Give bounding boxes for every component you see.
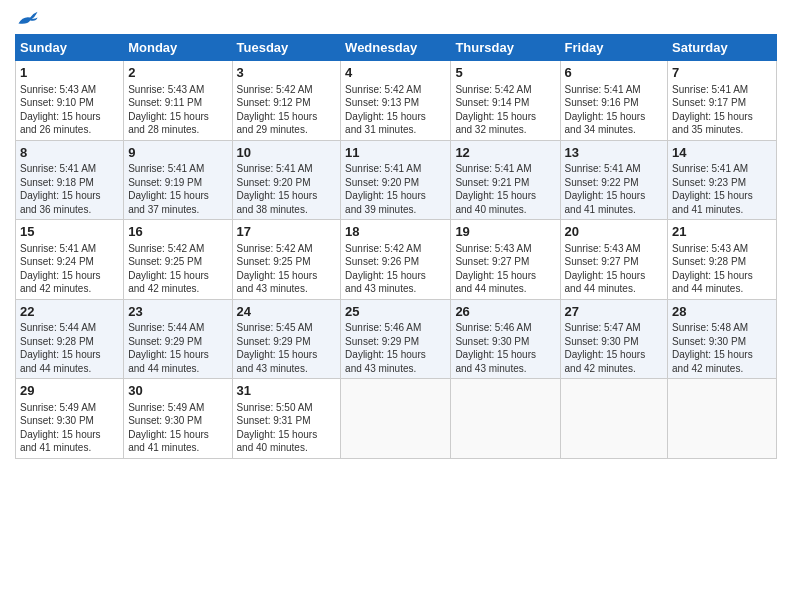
day-info: Sunrise: 5:42 AM (237, 83, 337, 97)
header-cell-thursday: Thursday (451, 35, 560, 61)
page: SundayMondayTuesdayWednesdayThursdayFrid… (0, 0, 792, 612)
day-info: Sunrise: 5:48 AM (672, 321, 772, 335)
day-info: and 44 minutes. (672, 282, 772, 296)
calendar-cell: 13Sunrise: 5:41 AMSunset: 9:22 PMDayligh… (560, 140, 668, 220)
day-info: Sunset: 9:24 PM (20, 255, 119, 269)
calendar-cell: 26Sunrise: 5:46 AMSunset: 9:30 PMDayligh… (451, 299, 560, 379)
day-info: Sunset: 9:28 PM (20, 335, 119, 349)
day-info: Sunset: 9:31 PM (237, 414, 337, 428)
day-info: Sunrise: 5:42 AM (237, 242, 337, 256)
day-info: Daylight: 15 hours (455, 189, 555, 203)
day-info: Daylight: 15 hours (672, 348, 772, 362)
calendar-cell: 5Sunrise: 5:42 AMSunset: 9:14 PMDaylight… (451, 61, 560, 141)
calendar-cell: 19Sunrise: 5:43 AMSunset: 9:27 PMDayligh… (451, 220, 560, 300)
day-info: Sunrise: 5:47 AM (565, 321, 664, 335)
header-cell-tuesday: Tuesday (232, 35, 341, 61)
day-info: Sunset: 9:26 PM (345, 255, 446, 269)
day-info: Sunrise: 5:43 AM (128, 83, 227, 97)
day-info: Sunrise: 5:50 AM (237, 401, 337, 415)
day-info: Sunset: 9:30 PM (20, 414, 119, 428)
day-info: Daylight: 15 hours (128, 428, 227, 442)
day-info: Sunrise: 5:41 AM (345, 162, 446, 176)
calendar-cell: 16Sunrise: 5:42 AMSunset: 9:25 PMDayligh… (124, 220, 232, 300)
day-info: and 43 minutes. (455, 362, 555, 376)
day-info: and 43 minutes. (345, 282, 446, 296)
calendar-cell: 25Sunrise: 5:46 AMSunset: 9:29 PMDayligh… (341, 299, 451, 379)
logo-text (15, 10, 39, 28)
day-info: Sunset: 9:20 PM (345, 176, 446, 190)
day-number: 27 (565, 303, 664, 321)
calendar-table: SundayMondayTuesdayWednesdayThursdayFrid… (15, 34, 777, 459)
day-info: Sunrise: 5:41 AM (565, 162, 664, 176)
day-info: Sunset: 9:10 PM (20, 96, 119, 110)
day-number: 19 (455, 223, 555, 241)
week-row-2: 8Sunrise: 5:41 AMSunset: 9:18 PMDaylight… (16, 140, 777, 220)
calendar-cell (451, 379, 560, 459)
day-info: and 43 minutes. (237, 282, 337, 296)
day-info: and 40 minutes. (237, 441, 337, 455)
header (15, 10, 777, 28)
day-number: 14 (672, 144, 772, 162)
day-info: and 31 minutes. (345, 123, 446, 137)
day-info: Daylight: 15 hours (672, 269, 772, 283)
week-row-3: 15Sunrise: 5:41 AMSunset: 9:24 PMDayligh… (16, 220, 777, 300)
day-info: Sunset: 9:17 PM (672, 96, 772, 110)
day-info: Sunrise: 5:42 AM (345, 83, 446, 97)
header-cell-sunday: Sunday (16, 35, 124, 61)
day-info: Daylight: 15 hours (237, 269, 337, 283)
day-number: 21 (672, 223, 772, 241)
day-number: 2 (128, 64, 227, 82)
day-info: Sunrise: 5:41 AM (672, 83, 772, 97)
day-info: Sunset: 9:30 PM (455, 335, 555, 349)
day-info: Daylight: 15 hours (237, 110, 337, 124)
day-number: 8 (20, 144, 119, 162)
day-info: and 44 minutes. (128, 362, 227, 376)
day-info: Daylight: 15 hours (345, 110, 446, 124)
day-number: 10 (237, 144, 337, 162)
day-info: Daylight: 15 hours (565, 110, 664, 124)
logo (15, 10, 39, 28)
day-info: Sunset: 9:13 PM (345, 96, 446, 110)
day-info: Sunset: 9:19 PM (128, 176, 227, 190)
day-info: Sunrise: 5:49 AM (20, 401, 119, 415)
day-info: and 38 minutes. (237, 203, 337, 217)
day-info: Sunrise: 5:43 AM (565, 242, 664, 256)
day-info: Sunset: 9:29 PM (345, 335, 446, 349)
day-info: Sunrise: 5:41 AM (20, 162, 119, 176)
day-info: Sunset: 9:27 PM (565, 255, 664, 269)
calendar-cell: 12Sunrise: 5:41 AMSunset: 9:21 PMDayligh… (451, 140, 560, 220)
calendar-cell: 10Sunrise: 5:41 AMSunset: 9:20 PMDayligh… (232, 140, 341, 220)
day-info: Sunrise: 5:43 AM (455, 242, 555, 256)
day-info: Sunrise: 5:41 AM (565, 83, 664, 97)
day-info: Sunset: 9:28 PM (672, 255, 772, 269)
day-info: Daylight: 15 hours (20, 110, 119, 124)
day-number: 18 (345, 223, 446, 241)
day-number: 20 (565, 223, 664, 241)
calendar-cell: 17Sunrise: 5:42 AMSunset: 9:25 PMDayligh… (232, 220, 341, 300)
calendar-header: SundayMondayTuesdayWednesdayThursdayFrid… (16, 35, 777, 61)
calendar-cell: 6Sunrise: 5:41 AMSunset: 9:16 PMDaylight… (560, 61, 668, 141)
day-info: and 44 minutes. (565, 282, 664, 296)
header-cell-friday: Friday (560, 35, 668, 61)
day-info: Sunset: 9:29 PM (128, 335, 227, 349)
calendar-cell: 8Sunrise: 5:41 AMSunset: 9:18 PMDaylight… (16, 140, 124, 220)
day-number: 1 (20, 64, 119, 82)
day-info: Daylight: 15 hours (345, 189, 446, 203)
day-number: 13 (565, 144, 664, 162)
day-info: Daylight: 15 hours (565, 269, 664, 283)
day-info: Sunset: 9:29 PM (237, 335, 337, 349)
day-info: Sunrise: 5:44 AM (20, 321, 119, 335)
day-info: Sunset: 9:30 PM (672, 335, 772, 349)
day-info: Sunrise: 5:42 AM (345, 242, 446, 256)
day-number: 26 (455, 303, 555, 321)
day-info: Daylight: 15 hours (672, 189, 772, 203)
day-info: Sunrise: 5:43 AM (672, 242, 772, 256)
calendar-cell (560, 379, 668, 459)
day-info: Daylight: 15 hours (237, 348, 337, 362)
day-number: 16 (128, 223, 227, 241)
day-info: and 26 minutes. (20, 123, 119, 137)
calendar-cell: 7Sunrise: 5:41 AMSunset: 9:17 PMDaylight… (668, 61, 777, 141)
day-info: Sunrise: 5:41 AM (20, 242, 119, 256)
header-row: SundayMondayTuesdayWednesdayThursdayFrid… (16, 35, 777, 61)
calendar-cell: 21Sunrise: 5:43 AMSunset: 9:28 PMDayligh… (668, 220, 777, 300)
